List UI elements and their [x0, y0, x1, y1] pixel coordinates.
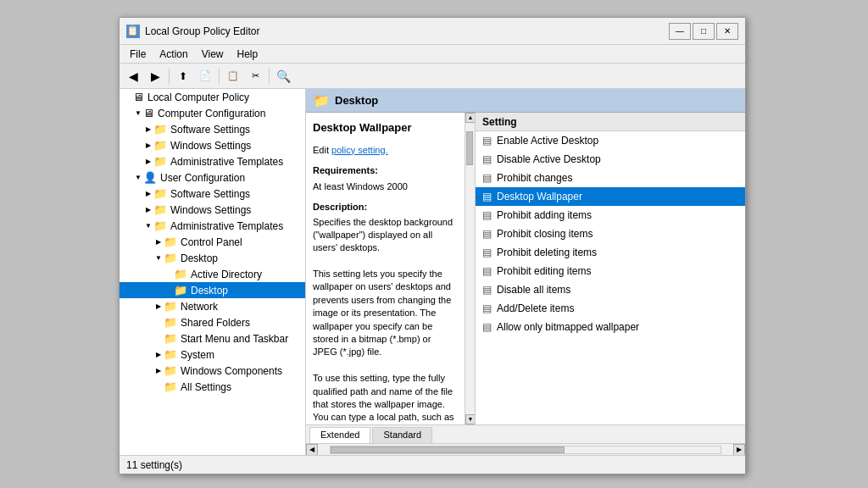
folder-icon: 📁 — [164, 300, 177, 313]
setting-column-header: Setting — [482, 116, 517, 128]
setting-label: Prohibit closing items — [497, 228, 593, 240]
selection-arrow-icon: ▶ — [476, 190, 476, 203]
tree-item-shared-folders[interactable]: 📁 Shared Folders — [120, 314, 305, 330]
forward-button[interactable]: ▶ — [145, 66, 165, 86]
tree-item-desktop-selected[interactable]: 📁 Desktop — [120, 282, 305, 298]
list-item[interactable]: ▤ Disable all items — [476, 280, 745, 299]
window-controls: — □ ✕ — [669, 23, 738, 40]
tree-root-label: Local Computer Policy — [147, 92, 249, 103]
requirements-label: Requirements: — [313, 164, 458, 178]
toolbar-separator-1 — [169, 68, 170, 85]
arrow-icon: ▶ — [153, 238, 164, 246]
policy-setting-link[interactable]: policy setting. — [331, 145, 388, 155]
settings-list-panel: Setting ▤ Enable Active Desktop ▤ Disabl… — [476, 113, 745, 424]
arrow-icon — [153, 383, 164, 391]
detail-panel: Desktop Wallpaper Edit policy setting. R… — [306, 113, 476, 424]
setting-icon: ▤ — [482, 302, 492, 314]
menu-file[interactable]: File — [123, 47, 153, 62]
maximize-button[interactable]: □ — [693, 23, 715, 40]
tree-item-all-settings[interactable]: 📁 All Settings — [120, 379, 305, 395]
horizontal-scrollbar[interactable]: ◀ ▶ — [306, 443, 745, 455]
list-item[interactable]: ▤ Disable Active Desktop — [476, 150, 745, 169]
scroll-thumb-horizontal[interactable] — [331, 446, 565, 453]
menu-view[interactable]: View — [195, 47, 231, 62]
filter-button[interactable]: 🔍 — [273, 66, 293, 86]
close-button[interactable]: ✕ — [716, 23, 738, 40]
folder-icon: 📁 — [153, 155, 167, 168]
tree-item-sw-settings-2[interactable]: ▶ 📁 Software Settings — [120, 186, 305, 202]
tree-item-system[interactable]: ▶ 📁 System — [120, 347, 305, 363]
content-header: 📁 Desktop — [306, 89, 745, 113]
scroll-track-horizontal — [330, 446, 721, 454]
setting-label: Allow only bitmapped wallpaper — [497, 321, 639, 333]
arrow-icon — [164, 286, 174, 294]
detail-scrollbar[interactable]: ▲ ▼ — [465, 113, 475, 424]
show-hide-button[interactable]: 📄 — [195, 66, 215, 86]
tree-item-sw-settings-1[interactable]: ▶ 📁 Software Settings — [120, 121, 305, 137]
list-item[interactable]: ▤ Add/Delete items — [476, 299, 745, 318]
folder-icon: 📁 — [164, 236, 177, 248]
setting-label: Disable all items — [497, 284, 570, 296]
minimize-button[interactable]: — — [669, 23, 691, 40]
tree-item-win-settings-2[interactable]: ▶ 📁 Windows Settings — [120, 202, 305, 218]
toolbar-separator-2 — [219, 68, 220, 85]
description-label: Description: — [313, 200, 458, 214]
tree-item-win-settings-1[interactable]: ▶ 📁 Windows Settings — [120, 137, 305, 153]
tree-item-all-settings-label: All Settings — [181, 381, 231, 393]
list-item[interactable]: ▤ Prohibit changes — [476, 169, 745, 187]
computer-config-icon: 🖥 — [143, 107, 154, 119]
arrow-icon: ▼ — [133, 109, 143, 117]
right-body: Desktop Wallpaper Edit policy setting. R… — [306, 113, 745, 424]
list-item[interactable]: ▤ Prohibit closing items — [476, 225, 745, 243]
title-bar: 📋 Local Group Policy Editor — □ ✕ — [120, 18, 745, 45]
tree-item-desktop-parent[interactable]: ▼ 📁 Desktop — [120, 250, 305, 266]
menu-help[interactable]: Help — [231, 47, 265, 62]
list-item[interactable]: ▤ Prohibit adding items — [476, 206, 745, 225]
tree-item-start-menu-label: Start Menu and Taskbar — [181, 333, 288, 345]
folder-icon: 📁 — [164, 348, 177, 361]
tab-extended[interactable]: Extended — [309, 427, 370, 444]
toolbar: ◀ ▶ ⬆ 📄 📋 ✂ 🔍 — [120, 64, 745, 89]
scroll-down-button[interactable]: ▼ — [465, 414, 476, 424]
back-button[interactable]: ◀ — [123, 66, 143, 86]
folder-icon: 📁 — [153, 219, 167, 232]
setting-icon: ▤ — [482, 209, 492, 221]
folder-icon: 📁 — [153, 123, 167, 136]
tree-root[interactable]: 🖥 Local Computer Policy — [120, 89, 305, 105]
tree-item-windows-components[interactable]: ▶ 📁 Windows Components — [120, 363, 305, 379]
menu-action[interactable]: Action — [153, 47, 194, 62]
tree-item-start-menu[interactable]: 📁 Start Menu and Taskbar — [120, 330, 305, 347]
arrow-icon: ▶ — [153, 367, 164, 374]
tree-item-admin-templates-1[interactable]: ▶ 📁 Administrative Templates — [120, 153, 305, 169]
scroll-up-button[interactable]: ▲ — [465, 113, 476, 123]
tab-standard[interactable]: Standard — [372, 427, 432, 443]
up-button[interactable]: ⬆ — [173, 66, 193, 86]
list-item-selected[interactable]: ▶ ▤ Desktop Wallpaper — [476, 187, 745, 206]
tree-item-system-label: System — [181, 349, 214, 361]
setting-label: Add/Delete items — [497, 302, 574, 314]
folder-icon-selected: 📁 — [174, 284, 187, 297]
setting-icon: ▤ — [482, 247, 492, 258]
tree-item-admin-templates-2[interactable]: ▼ 📁 Administrative Templates — [120, 218, 305, 234]
tree-item-desktop-parent-label: Desktop — [181, 252, 218, 264]
list-item[interactable]: ▤ Enable Active Desktop — [476, 131, 745, 150]
toolbar-btn-3[interactable]: 📋 — [223, 66, 243, 86]
list-item[interactable]: ▤ Allow only bitmapped wallpaper — [476, 318, 745, 336]
tree-item-active-directory[interactable]: 📁 Active Directory — [120, 266, 305, 282]
arrow-icon: ▶ — [143, 125, 153, 133]
tree-item-control-panel[interactable]: ▶ 📁 Control Panel — [120, 234, 305, 250]
scroll-thumb[interactable] — [466, 131, 473, 165]
tree-item-network[interactable]: ▶ 📁 Network — [120, 298, 305, 314]
list-item[interactable]: ▤ Prohibit deleting items — [476, 243, 745, 262]
scroll-right-button[interactable]: ▶ — [733, 444, 745, 456]
setting-label: Desktop Wallpaper — [497, 191, 582, 202]
folder-icon: 📁 — [164, 332, 177, 345]
list-item[interactable]: ▤ Prohibit editing items — [476, 262, 745, 280]
tree-item-control-panel-label: Control Panel — [181, 236, 242, 248]
tree-item-user-config[interactable]: ▼ 👤 User Configuration — [120, 169, 305, 186]
tree-item-computer-config[interactable]: ▼ 🖥 Computer Configuration — [120, 105, 305, 121]
scroll-left-button[interactable]: ◀ — [306, 444, 318, 456]
toolbar-btn-4[interactable]: ✂ — [245, 66, 265, 86]
header-folder-icon: 📁 — [313, 92, 330, 108]
tree-item-active-directory-label: Active Directory — [191, 269, 262, 280]
